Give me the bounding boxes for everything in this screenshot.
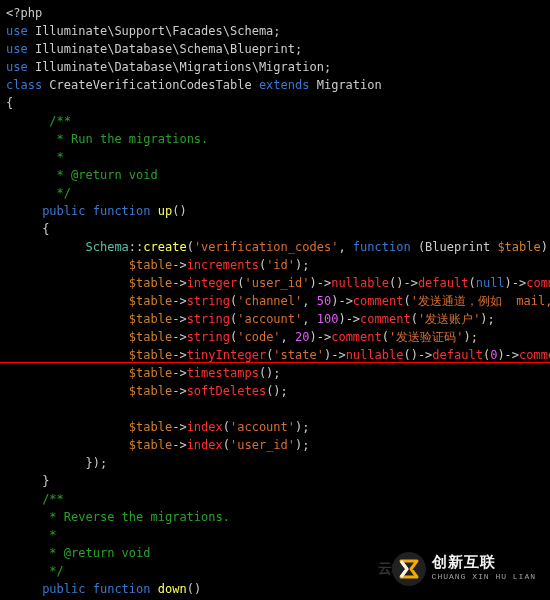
str: 'code' — [237, 330, 280, 344]
create: create — [143, 240, 186, 254]
doc-line: * @return void — [49, 168, 157, 182]
method: comment — [519, 348, 550, 362]
str: 'state' — [273, 348, 324, 362]
schema: Schema — [85, 240, 128, 254]
doc-line: * — [42, 528, 56, 542]
doc-line: * Run the migrations. — [49, 132, 208, 146]
args: () — [187, 582, 201, 596]
method: comment — [353, 294, 404, 308]
var: $table — [129, 312, 172, 326]
method: string — [187, 330, 230, 344]
doc-line: * Reverse the migrations. — [42, 510, 230, 524]
var: $table — [129, 366, 172, 380]
method: timestamps — [187, 366, 259, 380]
kw-use: use — [6, 42, 28, 56]
method: string — [187, 312, 230, 326]
kw-function: function — [93, 204, 151, 218]
str: '发送验证码' — [389, 330, 463, 344]
var: $table — [129, 330, 172, 344]
doc-line: */ — [49, 186, 71, 200]
kw-extends: extends — [259, 78, 310, 92]
close: ) { — [541, 240, 550, 254]
str: 'account' — [237, 312, 302, 326]
method: index — [187, 420, 223, 434]
var: $table — [129, 276, 172, 290]
method: comment — [331, 330, 382, 344]
kw-fn: function — [353, 240, 411, 254]
php-open: <?php — [6, 6, 42, 20]
ns: Illuminate\Database\Migrations\Migration… — [35, 60, 331, 74]
method: string — [187, 294, 230, 308]
close-cb: }); — [85, 456, 107, 470]
fn-up: up — [158, 204, 172, 218]
kw-use: use — [6, 60, 28, 74]
method: index — [187, 438, 223, 452]
kw-function: function — [93, 582, 151, 596]
fn-down: down — [158, 582, 187, 596]
method: increments — [187, 258, 259, 272]
doc-line: */ — [42, 564, 64, 578]
var: $table — [129, 420, 172, 434]
code-block: <?php use Illuminate\Support\Facades\Sch… — [0, 0, 550, 600]
method: nullable — [346, 348, 404, 362]
str: 'id' — [266, 258, 295, 272]
ns: Illuminate\Support\Facades\Schema; — [35, 24, 281, 38]
num: 20 — [295, 330, 309, 344]
ns: Illuminate\Database\Schema\Blueprint; — [35, 42, 302, 56]
str: 'user_id' — [244, 276, 309, 290]
var: $table — [129, 294, 172, 308]
method: comment — [526, 276, 550, 290]
num: 100 — [317, 312, 339, 326]
kw-public: public — [42, 582, 85, 596]
method: tinyInteger — [187, 348, 266, 362]
var: $table — [129, 258, 172, 272]
parent-class: Migration — [317, 78, 382, 92]
args: () — [172, 204, 186, 218]
method: comment — [360, 312, 411, 326]
op: :: — [129, 240, 143, 254]
method: default — [432, 348, 483, 362]
kw-public: public — [42, 204, 85, 218]
str: '发送通道，例如 mail, sms' — [411, 294, 550, 308]
type: Blueprint — [425, 240, 490, 254]
var: $table — [129, 348, 172, 362]
num: 0 — [490, 348, 497, 362]
doc-line: /** — [49, 114, 71, 128]
str: 'account' — [230, 420, 295, 434]
method: nullable — [331, 276, 389, 290]
method: default — [418, 276, 469, 290]
var: $table — [497, 240, 540, 254]
kw-class: class — [6, 78, 42, 92]
method: softDeletes — [187, 384, 266, 398]
str: 'verification_codes' — [194, 240, 339, 254]
kw-use: use — [6, 24, 28, 38]
null: null — [476, 276, 505, 290]
str: 'user_id' — [230, 438, 295, 452]
method: integer — [187, 276, 238, 290]
var: $table — [129, 384, 172, 398]
doc-line: * — [49, 150, 63, 164]
doc-line: /** — [42, 492, 64, 506]
doc-line: * @return void — [42, 546, 150, 560]
class-name: CreateVerificationCodesTable — [49, 78, 251, 92]
num: 50 — [317, 294, 331, 308]
str: 'channel' — [237, 294, 302, 308]
str: '发送账户' — [418, 312, 480, 326]
var: $table — [129, 438, 172, 452]
